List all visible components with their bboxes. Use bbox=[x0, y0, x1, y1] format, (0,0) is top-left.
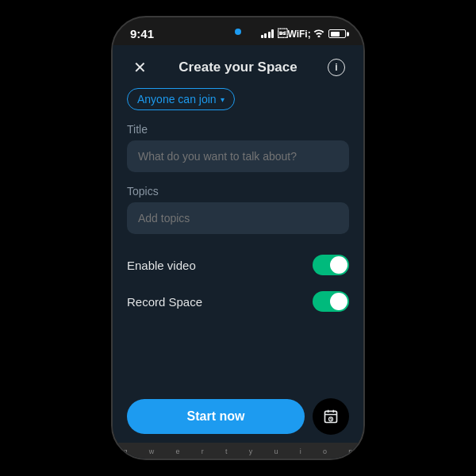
enable-video-row: Enable video bbox=[127, 247, 349, 283]
topics-input[interactable] bbox=[127, 202, 349, 234]
record-space-toggle[interactable] bbox=[313, 291, 349, 312]
notch-dot bbox=[235, 29, 241, 35]
title-input[interactable] bbox=[127, 140, 349, 172]
signal-icon bbox=[261, 29, 274, 38]
bottom-section: Start now bbox=[113, 387, 363, 443]
info-button[interactable]: i bbox=[324, 55, 349, 80]
schedule-icon bbox=[323, 409, 339, 424]
header: ✕ Create your Space i bbox=[113, 45, 363, 88]
record-space-row: Record Space bbox=[127, 283, 349, 320]
phone-frame: 9:41 WiFi; ✕ Create your bbox=[111, 16, 365, 460]
schedule-button[interactable] bbox=[313, 398, 349, 435]
audience-label: Anyone can join bbox=[137, 93, 217, 106]
title-label: Title bbox=[127, 123, 349, 136]
status-icons: WiFi; bbox=[261, 29, 346, 40]
audience-dropdown[interactable]: Anyone can join ▾ bbox=[127, 88, 235, 110]
enable-video-label: Enable video bbox=[127, 259, 196, 272]
start-now-button[interactable]: Start now bbox=[127, 399, 305, 434]
record-space-label: Record Space bbox=[127, 295, 202, 309]
battery-icon bbox=[328, 29, 346, 38]
close-button[interactable]: ✕ bbox=[127, 55, 152, 80]
body: Anyone can join ▾ Title Topics Enable vi… bbox=[113, 88, 363, 387]
screen: ✕ Create your Space i Anyone can join ▾ … bbox=[113, 45, 363, 459]
chevron-down-icon: ▾ bbox=[221, 95, 225, 104]
topics-label: Topics bbox=[127, 185, 349, 198]
page-title: Create your Space bbox=[178, 60, 297, 75]
wifi-icon: WiFi; bbox=[278, 29, 324, 40]
enable-video-toggle[interactable] bbox=[313, 255, 349, 275]
keyboard-row: q w e r t y u i o p bbox=[113, 443, 363, 459]
status-time: 9:41 bbox=[130, 27, 154, 40]
svg-line-6 bbox=[331, 419, 332, 420]
